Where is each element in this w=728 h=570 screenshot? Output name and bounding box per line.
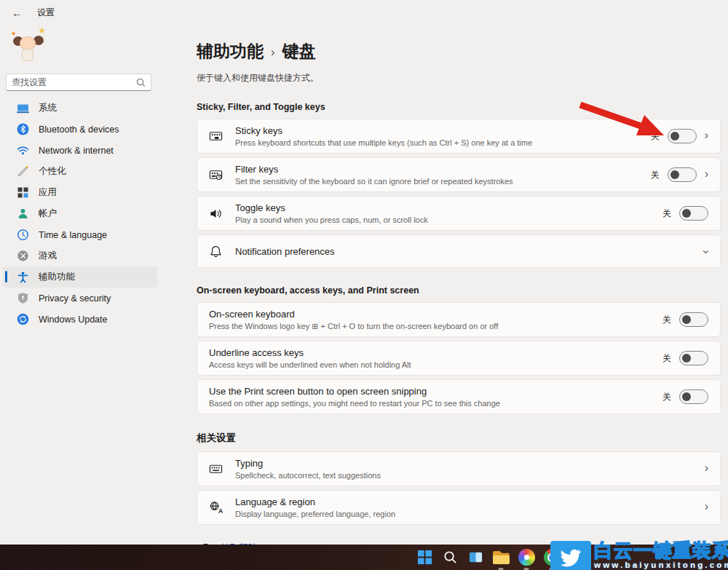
sidebar-item-label: Bluetooth & devices (39, 124, 119, 135)
toggle-knob (670, 132, 679, 140)
taskbar-browser-button[interactable] (517, 548, 536, 567)
setting-description: Press the Windows logo key ⊞ + Ctrl + O … (209, 322, 662, 331)
setting-row-print-screen-snipping[interactable]: Use the Print screen button to open scre… (197, 379, 721, 414)
toggle-state-label: 关 (662, 314, 671, 326)
setting-row-filter-keys[interactable]: Filter keysSet the sensitivity of the ke… (197, 157, 721, 192)
toggle-state-label: 关 (662, 352, 671, 365)
taskbar-task-view-button[interactable] (466, 548, 485, 567)
svg-text:A: A (218, 507, 223, 514)
setting-title: Toggle keys (235, 202, 662, 213)
toggle-knob (682, 354, 691, 363)
sidebar-item-gaming[interactable]: 游戏 (3, 245, 157, 266)
sidebar-item-time-language[interactable]: Time & language (3, 224, 157, 245)
section-header: On-screen keyboard, access keys, and Pri… (197, 285, 721, 296)
setting-title: Notification preferences (235, 246, 703, 257)
toggle-state-label: 关 (651, 169, 660, 181)
language-icon: A (209, 501, 235, 515)
personalization-icon (17, 165, 29, 178)
user-avatar[interactable]: ✦ ★ (12, 28, 47, 66)
setting-row-notification-preferences[interactable]: Notification preferences› (197, 234, 721, 268)
browser-icon (518, 549, 535, 566)
privacy-icon (17, 292, 29, 304)
taskbar (0, 545, 728, 570)
setting-description: Press keyboard shortcuts that use multip… (235, 138, 651, 147)
setting-row-toggle-keys[interactable]: Toggle keysPlay a sound when you press c… (197, 196, 721, 231)
search-icon (136, 78, 146, 87)
bluetooth-icon (17, 123, 29, 135)
toggle-state-label: 关 (651, 130, 660, 143)
sidebar-item-personalization[interactable]: 个性化 (3, 161, 157, 182)
setting-description: Play a sound when you press caps, num, o… (235, 215, 662, 224)
toggle-keys-icon (209, 207, 235, 221)
taskbar-search-button[interactable] (440, 548, 459, 567)
setting-row-typing[interactable]: TypingSpellcheck, autocorrect, text sugg… (197, 451, 721, 486)
filter-keys-toggle[interactable] (668, 167, 697, 182)
setting-row-underline-access-keys[interactable]: Underline access keysAccess keys will be… (197, 341, 721, 376)
main-content: 辅助功能 › 键盘 便于键入和使用键盘快捷方式。 Sticky, Filter,… (197, 0, 721, 555)
time-language-icon (17, 229, 29, 241)
titlebar: ← 设置 (0, 0, 55, 25)
toggle-keys-toggle[interactable] (679, 206, 708, 221)
sidebar-item-label: 辅助功能 (39, 271, 75, 283)
setting-description: Spellcheck, autocorrect, text suggestion… (235, 471, 705, 480)
setting-title: Underline access keys (209, 347, 662, 358)
sidebar-item-label: Privacy & security (39, 293, 111, 304)
page-subtitle: 便于键入和使用键盘快捷方式。 (197, 72, 721, 84)
notification-icon (209, 245, 235, 258)
gaming-icon (17, 250, 29, 262)
setting-description: Display language, preferred language, re… (235, 510, 705, 518)
section-header: 相关设置 (197, 432, 721, 445)
breadcrumb-parent[interactable]: 辅助功能 (197, 40, 264, 63)
sidebar-item-network[interactable]: Network & internet (3, 140, 157, 161)
setting-row-on-screen-keyboard[interactable]: On-screen keyboardPress the Windows logo… (197, 302, 721, 337)
avatar-star-icon: ★ (38, 25, 46, 36)
on-screen-keyboard-toggle[interactable] (679, 312, 708, 327)
toggle-state-label: 关 (662, 391, 671, 403)
filter-keys-icon (209, 168, 235, 182)
file-explorer-icon (493, 551, 510, 564)
setting-description: Set the sensitivity of the keyboard so i… (235, 177, 651, 186)
sidebar-item-system[interactable]: 系统 (3, 98, 157, 119)
underline-access-keys-toggle[interactable] (679, 351, 708, 365)
breadcrumb-separator-icon: › (271, 44, 275, 60)
sidebar-item-privacy[interactable]: Privacy & security (3, 288, 157, 309)
toggle-knob (682, 392, 691, 401)
toggle-knob (682, 315, 691, 324)
taskbar-start-button[interactable] (415, 548, 434, 567)
setting-title: Language & region (235, 496, 705, 507)
chrome-icon (544, 549, 561, 566)
settings-search[interactable] (6, 74, 151, 91)
chevron-down-icon: › (700, 248, 711, 253)
chevron-right-icon: › (705, 168, 708, 181)
sidebar-item-bluetooth[interactable]: Bluetooth & devices (3, 119, 157, 140)
toggle-knob (682, 209, 691, 218)
taskbar-file-explorer-button[interactable] (491, 548, 510, 567)
accounts-icon (17, 207, 29, 220)
setting-title: Filter keys (235, 164, 651, 175)
sidebar-nav: 系统Bluetooth & devicesNetwork & internet个… (3, 98, 157, 330)
search-input[interactable] (12, 77, 136, 87)
sticky-keys-toggle[interactable] (668, 129, 697, 143)
chevron-right-icon: › (705, 130, 708, 143)
sidebar-item-label: Network & internet (39, 146, 114, 156)
page-title: 键盘 (282, 40, 316, 63)
section-header: Sticky, Filter, and Toggle keys (197, 102, 721, 112)
toggle-state-label: 关 (662, 207, 671, 220)
chevron-right-icon: › (705, 501, 708, 514)
sidebar-item-label: 应用 (39, 186, 57, 199)
taskbar-chrome-button[interactable] (542, 548, 561, 567)
setting-row-sticky-keys[interactable]: Sticky keysPress keyboard shortcuts that… (197, 119, 721, 154)
sidebar-item-apps[interactable]: 应用 (3, 182, 157, 203)
system-icon (17, 102, 29, 114)
sidebar-item-accounts[interactable]: 帐户 (3, 203, 157, 224)
back-button[interactable]: ← (12, 7, 23, 19)
breadcrumb: 辅助功能 › 键盘 (197, 40, 721, 63)
sidebar-item-windows-update[interactable]: Windows Update (3, 309, 157, 330)
sidebar-item-label: Time & language (39, 230, 107, 240)
sidebar-item-accessibility[interactable]: 辅助功能 (3, 266, 157, 288)
setting-title: Typing (235, 458, 705, 469)
toggle-knob (670, 170, 679, 179)
setting-row-language-region[interactable]: ALanguage & regionDisplay language, pref… (197, 490, 721, 525)
print-screen-snipping-toggle[interactable] (679, 389, 708, 404)
setting-description: Based on other app settings, you might n… (209, 399, 662, 408)
